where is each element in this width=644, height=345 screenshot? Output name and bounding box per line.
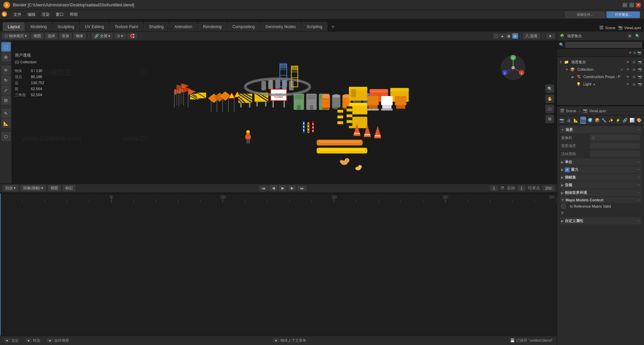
snap-selector[interactable]: 🔗 全属 ▾ (92, 33, 113, 39)
tab-compositing[interactable]: Compositing (227, 22, 260, 31)
tool-rotate[interactable]: ↻ (1, 75, 11, 85)
tab-scripting[interactable]: Scripting (302, 22, 327, 31)
markers-menu[interactable]: 标记 (63, 185, 75, 191)
scene-selector[interactable]: 🎬 Scene (599, 25, 615, 30)
blender-menu-logo[interactable]: B (1, 11, 9, 18)
select-menu[interactable]: 选择 (45, 33, 58, 39)
col-viewport-btn[interactable]: ⊞ (631, 67, 637, 72)
current-frame-input[interactable]: 1 (490, 186, 497, 191)
close-button[interactable]: ✕ (636, 3, 641, 7)
end-frame-input[interactable]: 250 (543, 186, 554, 191)
outliner-row-scene-collection[interactable]: ▼ 📁 场景集合 👁 ⊞ 📷 (557, 58, 644, 66)
cp-eye-btn[interactable]: 👁 (625, 74, 631, 79)
new-file-btn[interactable]: 新建文件... (565, 11, 605, 18)
scene-breadcrumb-viewlayer[interactable]: 📷 ViewLayer (583, 109, 606, 113)
interpolation-menu[interactable]: 拟像(插帧) ▾ (20, 185, 46, 191)
menu-render[interactable]: 渲染 (39, 11, 52, 18)
tab-animation[interactable]: Animation (169, 22, 197, 31)
tab-rendering[interactable]: Rendering (198, 22, 226, 31)
bg-scene-value[interactable] (590, 142, 640, 149)
prop-tab-output[interactable]: 🖨 (566, 117, 572, 124)
light-viewport-btn[interactable]: ⊞ (631, 81, 637, 87)
snap-toggle[interactable]: 🧲 (127, 33, 137, 39)
tool-annotate[interactable]: ✎ (1, 109, 11, 118)
object-menu[interactable]: 物体 (73, 33, 86, 39)
playback-menu[interactable]: 回放 ▾ (3, 185, 18, 191)
outliner-row-collection[interactable]: ▼ 📦 Collection ✓ 👁 ⊞ 📷 (557, 66, 644, 73)
object-mode-selector[interactable]: ⬡ 物体模式 ▾ (2, 33, 30, 39)
open-recent-btn[interactable]: 打开最近... (606, 11, 640, 18)
prop-tab-physics[interactable]: ⚡ (615, 117, 621, 124)
start-frame-input[interactable]: 1 (518, 186, 525, 191)
maximize-button[interactable]: □ (629, 3, 634, 7)
custom-props-header[interactable]: ▶ 自定义属性 ··· (560, 217, 641, 224)
solid-shading[interactable]: ● (500, 33, 505, 39)
prop-tab-render[interactable]: 📷 (559, 117, 565, 124)
viewport-overlays-btn[interactable]: 八 选项 (523, 33, 540, 39)
nav-zoom-in[interactable]: 🔍 (545, 84, 554, 93)
sc-render-btn[interactable]: 📷 (637, 59, 643, 65)
prop-tab-world[interactable]: 🌍 (587, 117, 593, 124)
prev-keyframe[interactable]: ◀ (269, 185, 277, 191)
tab-modeling[interactable]: Modeling (25, 22, 52, 31)
menu-edit[interactable]: 编辑 (25, 11, 38, 18)
vis-icon-render[interactable]: 📷 (637, 51, 641, 55)
light-eye-btn[interactable]: 👁 (625, 81, 631, 87)
prop-tab-view-layer[interactable]: 📐 (573, 117, 579, 124)
vis-icon-eye[interactable]: 👁 (629, 51, 632, 55)
col-render-btn[interactable]: 📷 (637, 67, 643, 72)
rendered-shading[interactable]: ◉ (512, 33, 518, 39)
tool-add-cube[interactable]: ⬡ (1, 132, 11, 141)
tool-cursor[interactable]: ⊕ (1, 52, 11, 62)
col-eye-btn[interactable]: 👁 (625, 67, 631, 72)
rigid-world-header[interactable]: ▶ 刚体世界环境 ··· (560, 189, 641, 196)
prop-tab-material[interactable]: 🎨 (636, 117, 642, 124)
outliner-search-btn[interactable]: 🔍 (634, 32, 641, 40)
tab-uv-editing[interactable]: UV Editing (80, 22, 109, 31)
gravity-section-header[interactable]: ▶ ✓ 重力 ··· (560, 166, 641, 173)
tab-sculpting[interactable]: Sculpting (53, 22, 79, 31)
prop-tab-particles[interactable]: ✨ (608, 117, 614, 124)
filter-btn[interactable]: ▼ (546, 33, 555, 39)
tool-scale[interactable]: ⤢ (1, 85, 11, 95)
view-menu-tl[interactable]: 视图 (48, 185, 61, 191)
units-section-header[interactable]: ▶ 单位 ··· (560, 158, 641, 165)
viewlayer-selector[interactable]: 📷 ViewLayer (618, 25, 641, 30)
add-workspace-button[interactable]: + (328, 22, 338, 31)
bg-scene-input[interactable] (592, 144, 638, 148)
nav-camera[interactable]: 🎥 (545, 105, 554, 113)
next-keyframe[interactable]: ▶ (288, 185, 296, 191)
prop-tab-constraints[interactable]: 🔗 (622, 117, 628, 124)
wireframe-shading[interactable]: ⬚ (493, 33, 499, 39)
vis-icon-viewport[interactable]: ⊞ (633, 51, 636, 55)
scene-breadcrumb-scene[interactable]: 🎬 Scene (560, 109, 576, 113)
prop-tab-modifier[interactable]: 🔧 (601, 117, 607, 124)
active-clip-input[interactable] (592, 152, 638, 156)
r-value-field[interactable] (570, 210, 640, 216)
cp-render-btn[interactable]: 📷 (637, 74, 643, 79)
transform-pivot[interactable]: ⊙ ▾ (114, 33, 126, 39)
tool-measure[interactable]: 📐 (1, 119, 11, 128)
outliner-filter-btn[interactable]: ⊞ (626, 32, 633, 40)
gravity-checkbox[interactable]: ✓ (565, 167, 570, 172)
nav-pan[interactable]: ✋ (545, 94, 554, 103)
outliner-row-construction-props[interactable]: ▶ 🏗 Construction Props - P 👁 ⊞ 📷 (557, 73, 644, 80)
navigation-gizmo[interactable]: Y X Z (500, 54, 527, 81)
camera-value[interactable]: ⬡ (590, 134, 640, 141)
add-menu[interactable]: 添加 (59, 33, 72, 39)
jump-to-end[interactable]: ⏭ (298, 186, 307, 191)
play-button[interactable]: ▶ (279, 185, 287, 191)
jump-to-start[interactable]: ⏮ (259, 186, 268, 191)
outliner-row-light[interactable]: ▶ 💡 Light ● 👁 ⊞ 📷 (557, 80, 644, 88)
tab-layout[interactable]: Layout (3, 22, 25, 31)
sc-viewport-btn[interactable]: ⊞ (631, 59, 637, 65)
menu-file[interactable]: 文件 (11, 11, 24, 18)
prop-tab-data[interactable]: 📊 (629, 117, 635, 124)
col-check[interactable]: ✓ (619, 67, 625, 72)
tool-select[interactable]: ⬚ (1, 42, 11, 52)
prop-tab-object[interactable]: 📦 (594, 117, 600, 124)
scene-section-header[interactable]: ▼ 场景 ··· (560, 126, 641, 133)
menu-window[interactable]: 窗口 (53, 11, 66, 18)
tool-move[interactable]: ✛ (1, 65, 11, 75)
tab-texture-paint[interactable]: Texture Paint (110, 22, 143, 31)
